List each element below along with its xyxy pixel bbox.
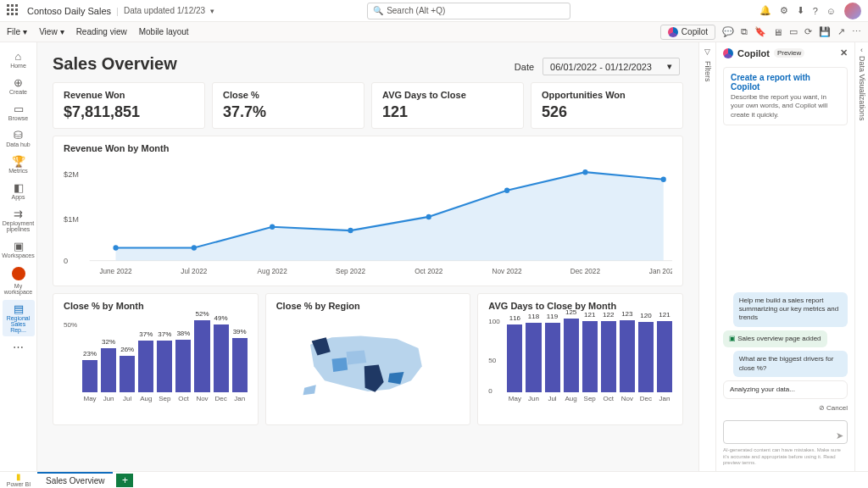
kpi-opp-won[interactable]: Opportunities Won526 bbox=[531, 82, 683, 129]
folder-icon: ▭ bbox=[14, 103, 24, 114]
present-icon[interactable]: ▭ bbox=[789, 26, 798, 37]
system-message: ▣ Sales overview page added bbox=[723, 330, 827, 347]
pipeline-icon: ⇉ bbox=[14, 208, 23, 219]
trophy-icon: 🏆 bbox=[12, 156, 25, 167]
svg-point-10 bbox=[582, 169, 587, 175]
nav-data-hub[interactable]: ⛁Data hub bbox=[3, 126, 35, 151]
copilot-icon bbox=[668, 27, 678, 37]
app-launcher-icon[interactable] bbox=[7, 4, 20, 18]
chart-close-pct-region[interactable]: Close % by Region bbox=[265, 293, 471, 425]
chart-revenue-by-month[interactable]: Revenue Won by Month $2M $1M 0 June 2022… bbox=[53, 136, 683, 286]
chart-close-pct-month[interactable]: Close % by Month 50% 23%32%26%37%37%38%5… bbox=[53, 293, 259, 425]
report-icon: ▤ bbox=[14, 303, 24, 314]
copilot-pane: Copilot Preview ✕ Create a report with C… bbox=[715, 42, 854, 471]
page-tab-sales-overview[interactable]: Sales Overview bbox=[37, 472, 113, 488]
copy-icon[interactable]: ⧉ bbox=[741, 26, 748, 37]
refresh-icon[interactable]: ⟳ bbox=[804, 26, 812, 37]
nav-regional-sales[interactable]: ▤Regional Sales Rep... bbox=[3, 300, 35, 336]
reading-view-button[interactable]: Reading view bbox=[76, 27, 127, 36]
nav-home[interactable]: ⌂Home bbox=[3, 47, 35, 72]
chevron-down-icon[interactable]: ▾ bbox=[210, 7, 214, 15]
user-avatar[interactable] bbox=[844, 3, 861, 19]
visualizations-pane-collapsed[interactable]: ‹ Data Visualizations bbox=[854, 42, 868, 471]
svg-point-7 bbox=[348, 228, 353, 233]
view-icon[interactable]: 🖥 bbox=[773, 27, 782, 37]
nav-more[interactable]: ⋯ bbox=[3, 338, 35, 356]
close-icon[interactable]: ✕ bbox=[840, 47, 848, 58]
svg-text:$2M: $2M bbox=[64, 169, 79, 178]
download-icon[interactable]: ⬇ bbox=[797, 5, 804, 16]
svg-point-8 bbox=[426, 214, 431, 219]
svg-point-6 bbox=[270, 225, 275, 230]
preview-badge: Preview bbox=[774, 48, 804, 58]
chevron-down-icon: ▾ bbox=[667, 61, 672, 72]
nav-browse[interactable]: ▭Browse bbox=[3, 100, 35, 125]
filters-pane-collapsed[interactable]: ▽ Filters bbox=[698, 42, 715, 471]
svg-point-4 bbox=[113, 245, 118, 250]
chevron-icon: ‹ bbox=[860, 46, 863, 54]
copilot-icon bbox=[723, 48, 733, 58]
search-input[interactable]: 🔍 Search (Alt +Q) bbox=[367, 3, 570, 19]
copilot-title: Copilot bbox=[737, 48, 770, 58]
ai-disclaimer: AI-generated content can have mistakes. … bbox=[716, 446, 854, 471]
help-icon[interactable]: ? bbox=[813, 6, 818, 16]
svg-point-5 bbox=[192, 245, 197, 250]
home-icon: ⌂ bbox=[15, 51, 22, 62]
svg-text:Jul 2022: Jul 2022 bbox=[181, 266, 207, 274]
powerbi-logo: ▮Power BI bbox=[0, 473, 37, 487]
workspace-avatar-icon bbox=[12, 267, 25, 280]
chart-avg-days-month[interactable]: AVG Days to Close by Month 100 50 0 1161… bbox=[477, 293, 683, 425]
file-menu[interactable]: File▾ bbox=[7, 27, 27, 36]
data-updated-label: Data updated 1/12/23 bbox=[124, 6, 205, 15]
svg-text:Sep 2022: Sep 2022 bbox=[336, 266, 365, 274]
svg-text:June 2022: June 2022 bbox=[99, 266, 132, 274]
copilot-suggestion-card[interactable]: Create a report with Copilot Describe th… bbox=[723, 67, 848, 125]
filter-icon: ▽ bbox=[704, 47, 710, 56]
chat-icon[interactable]: 💬 bbox=[722, 26, 734, 37]
svg-text:Dec 2022: Dec 2022 bbox=[570, 266, 600, 274]
share-icon[interactable]: ↗ bbox=[837, 26, 845, 37]
search-icon: 🔍 bbox=[373, 6, 383, 15]
analyzing-status: Analyzing your data... bbox=[723, 380, 848, 399]
save-icon[interactable]: 💾 bbox=[819, 26, 831, 37]
kpi-avg-days[interactable]: AVG Days to Close121 bbox=[371, 82, 524, 129]
more-icon: ⋯ bbox=[13, 341, 24, 352]
usa-map bbox=[276, 316, 460, 409]
svg-text:0: 0 bbox=[64, 256, 68, 265]
cancel-button[interactable]: ⊘ Cancel bbox=[819, 404, 848, 412]
copilot-input[interactable]: ➤ bbox=[723, 420, 848, 444]
settings-icon[interactable]: ⚙ bbox=[780, 5, 788, 16]
nav-my-workspace[interactable]: My workspace bbox=[3, 263, 35, 298]
svg-point-11 bbox=[661, 177, 666, 182]
svg-text:$1M: $1M bbox=[64, 214, 79, 224]
mobile-layout-button[interactable]: Mobile layout bbox=[139, 27, 189, 36]
svg-text:Oct 2022: Oct 2022 bbox=[415, 266, 443, 274]
user-message: What are the biggest drivers for close %… bbox=[733, 351, 848, 377]
nav-apps[interactable]: ◧Apps bbox=[3, 179, 35, 203]
nav-deployment[interactable]: ⇉Deployment pipelines bbox=[3, 205, 35, 236]
add-page-button[interactable]: + bbox=[116, 474, 133, 487]
copilot-button[interactable]: Copilot bbox=[660, 25, 715, 40]
nav-workspaces[interactable]: ▣Workspaces bbox=[3, 237, 35, 262]
file-title: Contoso Daily Sales bbox=[27, 6, 111, 16]
date-range-picker[interactable]: 06/01/2022 - 01/12/2023 ▾ bbox=[542, 58, 680, 75]
nav-metrics[interactable]: 🏆Metrics bbox=[3, 152, 35, 177]
user-message: Help me build a sales report summarizing… bbox=[733, 292, 848, 327]
kpi-close-pct[interactable]: Close %37.7% bbox=[212, 82, 364, 129]
database-icon: ⛁ bbox=[14, 130, 23, 141]
feedback-icon[interactable]: ☺ bbox=[826, 6, 836, 16]
svg-text:Nov 2022: Nov 2022 bbox=[492, 266, 522, 274]
apps-icon: ◧ bbox=[14, 182, 24, 193]
send-icon[interactable]: ➤ bbox=[836, 430, 843, 441]
more-icon[interactable]: ⋯ bbox=[852, 26, 861, 37]
workspace-icon: ▣ bbox=[14, 241, 24, 252]
bookmark-icon[interactable]: 🔖 bbox=[754, 26, 766, 37]
nav-create[interactable]: ⊕Create bbox=[3, 74, 35, 98]
notifications-icon[interactable]: 🔔 bbox=[760, 5, 771, 16]
svg-text:Jan 2023: Jan 2023 bbox=[649, 266, 672, 274]
kpi-revenue-won[interactable]: Revenue Won$7,811,851 bbox=[53, 82, 205, 129]
svg-text:Aug 2022: Aug 2022 bbox=[258, 266, 287, 274]
date-label: Date bbox=[515, 62, 534, 72]
svg-point-9 bbox=[504, 187, 509, 192]
view-menu[interactable]: View▾ bbox=[39, 27, 64, 36]
